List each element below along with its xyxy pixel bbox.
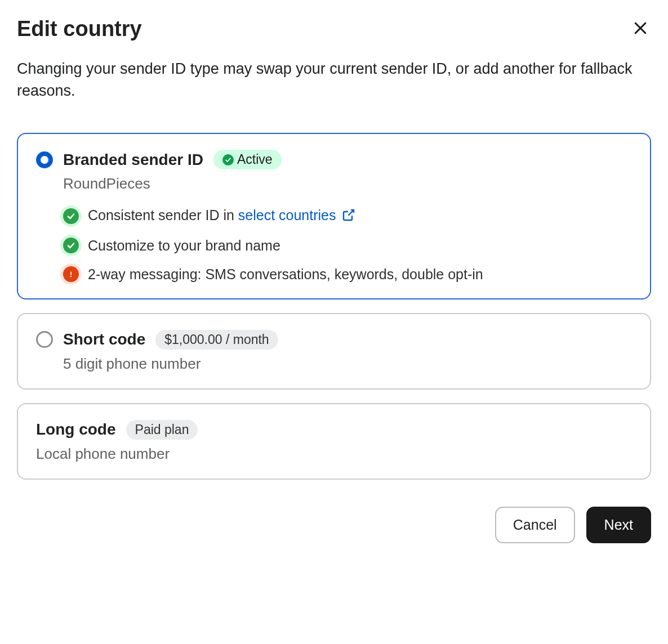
plan-badge: Paid plan: [126, 420, 198, 440]
option-title: Branded sender ID: [63, 151, 203, 169]
next-button[interactable]: Next: [586, 507, 651, 543]
option-header: Long code Paid plan: [36, 420, 632, 440]
modal-header: Edit country: [17, 17, 651, 41]
feature-item: 2-way messaging: SMS conversations, keyw…: [63, 266, 632, 283]
close-icon: [632, 20, 649, 38]
radio-selected-icon[interactable]: [36, 151, 53, 168]
modal-footer: Cancel Next: [17, 507, 651, 543]
price-badge: $1,000.00 / month: [155, 330, 278, 350]
option-title: Long code: [36, 421, 116, 439]
option-header: Branded sender ID Active: [36, 150, 632, 169]
check-icon: [63, 208, 79, 224]
feature-text: 2-way messaging: SMS conversations, keyw…: [88, 266, 483, 283]
option-branded-sender-id[interactable]: Branded sender ID Active RoundPieces Con…: [17, 133, 651, 299]
badge-label: Active: [237, 152, 273, 167]
cancel-button[interactable]: Cancel: [495, 507, 575, 543]
external-link-icon: [342, 208, 355, 225]
svg-rect-2: [70, 272, 72, 275]
svg-point-3: [70, 276, 72, 277]
option-short-code[interactable]: Short code $1,000.00 / month 5 digit pho…: [17, 313, 651, 390]
feature-item: Consistent sender ID in select countries: [63, 207, 632, 225]
radio-unselected-icon[interactable]: [36, 331, 53, 348]
option-subtitle: 5 digit phone number: [63, 355, 632, 373]
modal-title: Edit country: [17, 17, 142, 41]
feature-text: Customize to your brand name: [88, 238, 280, 254]
check-icon: [63, 238, 79, 253]
status-badge-active: Active: [213, 150, 282, 169]
modal-description: Changing your sender ID type may swap yo…: [17, 58, 651, 102]
alert-icon: [63, 266, 79, 282]
feature-list: Consistent sender ID in select countries…: [63, 207, 632, 282]
option-header: Short code $1,000.00 / month: [36, 330, 632, 350]
close-button[interactable]: [630, 17, 651, 41]
feature-item: Customize to your brand name: [63, 238, 632, 254]
feature-text: Consistent sender ID in select countries: [88, 207, 355, 225]
check-circle-icon: [222, 154, 234, 166]
option-subtitle: Local phone number: [36, 445, 632, 463]
option-subtitle: RoundPieces: [63, 175, 632, 193]
option-title: Short code: [63, 330, 145, 348]
option-long-code[interactable]: Long code Paid plan Local phone number: [17, 403, 651, 480]
select-countries-link[interactable]: select countries: [238, 207, 336, 223]
